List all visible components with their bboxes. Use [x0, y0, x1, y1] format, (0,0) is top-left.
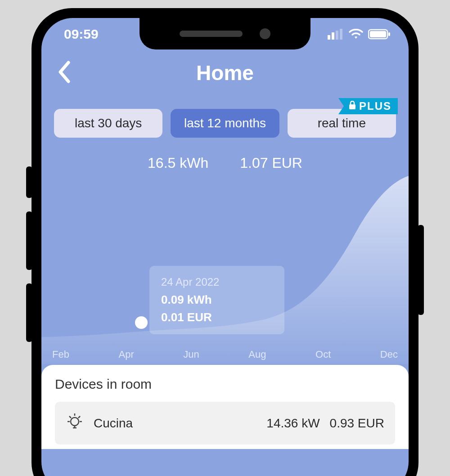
- screen: 09:59: [41, 18, 409, 476]
- usage-chart[interactable]: 24 Apr 2022 0.09 kWh 0.01 EUR Feb Apr Ju…: [41, 176, 409, 365]
- tab-label: last 12 months: [184, 116, 266, 130]
- phone-frame: 09:59: [32, 8, 418, 476]
- nav-bar: Home: [41, 50, 409, 95]
- plus-badge: PLUS: [338, 98, 398, 114]
- device-name: Cucina: [94, 416, 133, 431]
- devices-panel-title: Devices in room: [55, 377, 395, 392]
- device-cost: 0.93 EUR: [330, 416, 384, 431]
- tab-label: real time: [318, 116, 366, 130]
- svg-rect-1: [332, 32, 334, 40]
- plus-badge-text: PLUS: [359, 100, 392, 112]
- x-tick: Feb: [52, 349, 69, 360]
- summary-energy: 16.5 kWh: [148, 155, 208, 171]
- chart-x-axis: Feb Apr Jun Aug Oct Dec: [41, 349, 409, 360]
- back-button[interactable]: [57, 61, 72, 85]
- svg-rect-0: [328, 35, 330, 40]
- tab-last-12-months[interactable]: last 12 months: [171, 109, 279, 138]
- devices-panel: Devices in room Cucina: [41, 365, 409, 449]
- x-tick: Jun: [183, 349, 199, 360]
- x-tick: Apr: [118, 349, 134, 360]
- svg-rect-7: [349, 104, 356, 109]
- tooltip-date: 24 Apr 2022: [161, 276, 271, 288]
- svg-rect-6: [388, 32, 390, 36]
- chart-marker-dot: [135, 316, 148, 329]
- x-tick: Dec: [380, 349, 398, 360]
- x-tick: Oct: [315, 349, 331, 360]
- lightbulb-icon: [66, 413, 84, 434]
- x-tick: Aug: [248, 349, 266, 360]
- wifi-icon: [348, 29, 364, 40]
- lock-icon: [348, 100, 356, 112]
- cellular-icon: [328, 29, 344, 40]
- phone-side-button: [418, 225, 424, 315]
- summary-row: 16.5 kWh 1.07 EUR: [41, 155, 409, 171]
- chart-tooltip: 24 Apr 2022 0.09 kWh 0.01 EUR: [149, 266, 284, 334]
- status-time: 09:59: [59, 27, 99, 42]
- tooltip-energy: 0.09 kWh: [161, 293, 271, 307]
- device-energy: 14.36 kW: [266, 416, 320, 431]
- page-title: Home: [196, 61, 254, 85]
- svg-rect-2: [336, 31, 338, 40]
- tab-label: last 30 days: [75, 116, 142, 130]
- tooltip-cost: 0.01 EUR: [161, 310, 271, 324]
- svg-rect-3: [340, 29, 342, 40]
- svg-rect-5: [370, 31, 386, 37]
- svg-line-14: [78, 416, 80, 418]
- tab-real-time[interactable]: PLUS real time: [288, 109, 396, 138]
- status-bar: 09:59: [41, 18, 409, 50]
- svg-line-13: [69, 416, 71, 418]
- tab-last-30-days[interactable]: last 30 days: [54, 109, 162, 138]
- battery-icon: [368, 29, 391, 40]
- svg-point-8: [71, 418, 79, 426]
- device-row[interactable]: Cucina 14.36 kW 0.93 EUR: [55, 402, 395, 445]
- summary-cost: 1.07 EUR: [240, 155, 302, 171]
- range-tabs: last 30 days last 12 months PLUS real ti…: [41, 95, 409, 142]
